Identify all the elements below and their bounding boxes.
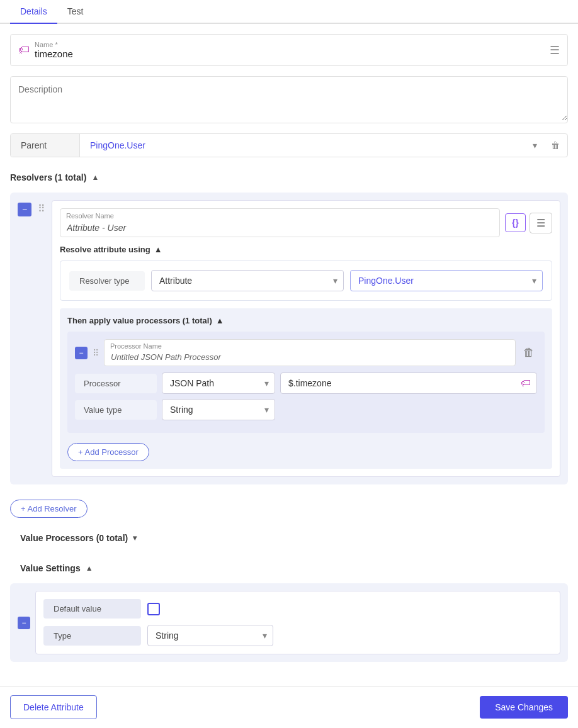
- resolver-menu-button[interactable]: ☰: [530, 213, 552, 233]
- resolver-name-input[interactable]: [60, 208, 500, 237]
- name-label: Name *: [35, 41, 73, 48]
- resolver-type-label: Resolver type: [69, 271, 145, 291]
- parent-section: Parent PingOne.User 🗑: [10, 133, 568, 157]
- resolvers-title: Resolvers (1 total): [10, 172, 86, 182]
- delete-attribute-button[interactable]: Delete Attribute: [10, 695, 97, 719]
- tabs-bar: Details Test: [0, 0, 578, 24]
- value-processors-title: Value Processors (0 total): [20, 533, 128, 543]
- value-settings-title: Value Settings: [20, 563, 81, 573]
- parent-select[interactable]: PingOne.User: [80, 134, 543, 157]
- proc-drag-handle[interactable]: ⠿: [93, 348, 99, 358]
- resolver-name-label: Resolver Name: [66, 212, 114, 220]
- description-section: [10, 76, 568, 123]
- processors-header: Then apply value processors (1 total) ▲: [67, 316, 545, 325]
- add-processor-button[interactable]: + Add Processor: [67, 443, 149, 461]
- type-select[interactable]: String: [147, 625, 273, 646]
- proc-name-input[interactable]: [104, 339, 516, 366]
- value-settings-section: Value Settings ▲ − Default value Type: [10, 558, 568, 662]
- processor-label: Processor: [75, 374, 157, 393]
- resolver-type-select[interactable]: Attribute: [151, 270, 344, 291]
- resolver-body: Resolver Name {} ☰ Resolve attribute usi…: [52, 200, 560, 477]
- parent-label: Parent: [11, 134, 80, 157]
- name-value: timezone: [35, 48, 73, 59]
- processors-title: Then apply value processors (1 total): [67, 316, 212, 325]
- proc-tag-icon: 🏷: [521, 378, 531, 389]
- resolver-collapse-button[interactable]: −: [18, 203, 31, 216]
- value-processors-section: Value Processors (0 total) ▾: [10, 528, 568, 548]
- processors-section: Then apply value processors (1 total) ▲ …: [60, 308, 552, 469]
- resolve-attr-chevron[interactable]: ▲: [154, 245, 162, 254]
- resolver-code-button[interactable]: {}: [505, 213, 526, 232]
- description-input[interactable]: [11, 77, 567, 121]
- processors-chevron[interactable]: ▲: [216, 316, 224, 325]
- resolvers-chevron-icon[interactable]: ▲: [91, 173, 99, 182]
- footer: Delete Attribute Save Changes: [0, 686, 578, 728]
- save-changes-button[interactable]: Save Changes: [480, 696, 568, 719]
- default-value-label: Default value: [43, 599, 141, 619]
- proc-delete-button[interactable]: 🗑: [521, 344, 537, 362]
- resolver-drag-handle[interactable]: ⠿: [37, 200, 47, 217]
- value-type-select[interactable]: String: [162, 399, 275, 420]
- processor-type-select[interactable]: JSON Path: [162, 372, 275, 394]
- tab-details[interactable]: Details: [10, 0, 57, 24]
- resolvers-section-header: Resolvers (1 total) ▲: [0, 167, 578, 188]
- value-type-label: Value type: [75, 400, 157, 420]
- name-section: 🏷 Name * timezone ☰: [10, 34, 568, 66]
- resolve-attr-header: Resolve attribute using ▲: [60, 245, 552, 254]
- proc-collapse-button[interactable]: −: [75, 347, 88, 359]
- value-processors-chevron[interactable]: ▾: [133, 534, 137, 542]
- tag-icon: 🏷: [18, 43, 30, 57]
- value-settings-chevron[interactable]: ▲: [86, 564, 93, 573]
- tab-test[interactable]: Test: [57, 0, 94, 24]
- resolve-attr-body: Resolver type Attribute PingOne.User: [60, 260, 552, 301]
- parent-delete-icon[interactable]: 🗑: [543, 135, 567, 155]
- add-resolver-button[interactable]: + Add Resolver: [10, 500, 88, 518]
- resolver-context-select[interactable]: PingOne.User: [350, 270, 543, 291]
- type-label: Type: [43, 626, 141, 646]
- name-menu-icon[interactable]: ☰: [550, 43, 560, 57]
- processor-item: − ⠿ Processor Name 🗑 Processor: [67, 332, 545, 433]
- vs-collapse-button[interactable]: −: [18, 617, 30, 629]
- resolver-container: − ⠿ Resolver Name {} ☰ R: [10, 193, 568, 484]
- value-settings-container: − Default value Type String: [10, 583, 568, 662]
- proc-name-label: Processor Name: [110, 342, 162, 350]
- resolve-attr-title: Resolve attribute using: [60, 245, 150, 254]
- default-value-checkbox[interactable]: [147, 603, 160, 615]
- processor-value-input[interactable]: [280, 372, 537, 394]
